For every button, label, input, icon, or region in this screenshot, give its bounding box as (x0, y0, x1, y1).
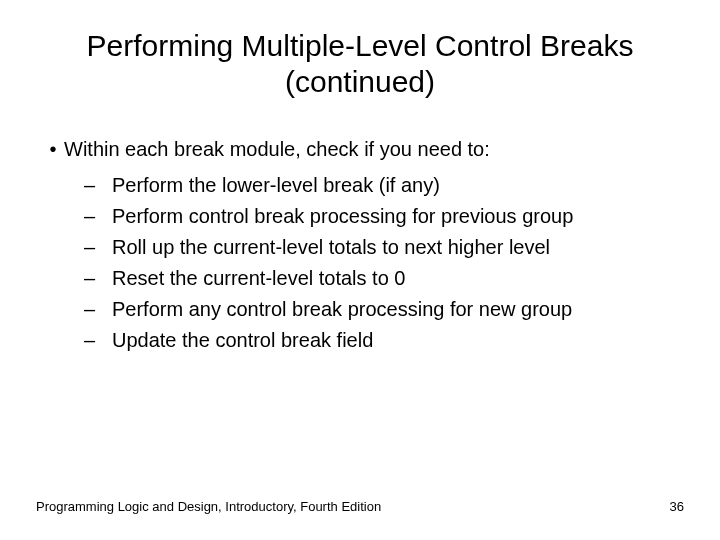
slide-content: • Within each break module, check if you… (36, 136, 684, 354)
sub-bullet-item: – Roll up the current-level totals to ne… (84, 234, 684, 261)
sub-bullet-item: – Reset the current-level totals to 0 (84, 265, 684, 292)
sub-bullet-marker: – (84, 234, 112, 261)
page-number: 36 (670, 499, 684, 514)
bullet-item: • Within each break module, check if you… (42, 136, 684, 162)
sub-bullet-text: Perform control break processing for pre… (112, 203, 573, 230)
sub-bullet-marker: – (84, 296, 112, 323)
sub-bullet-text: Reset the current-level totals to 0 (112, 265, 405, 292)
slide-footer: Programming Logic and Design, Introducto… (36, 499, 684, 514)
sub-bullet-marker: – (84, 265, 112, 292)
bullet-text: Within each break module, check if you n… (64, 136, 490, 162)
bullet-marker: • (42, 136, 64, 162)
slide-title: Performing Multiple-Level Control Breaks… (36, 28, 684, 100)
sub-bullet-text: Perform any control break processing for… (112, 296, 572, 323)
sub-bullet-text: Perform the lower-level break (if any) (112, 172, 440, 199)
sub-bullet-item: – Perform the lower-level break (if any) (84, 172, 684, 199)
sub-bullet-item: – Perform any control break processing f… (84, 296, 684, 323)
sub-bullet-marker: – (84, 327, 112, 354)
sub-bullet-marker: – (84, 172, 112, 199)
sub-bullet-text: Roll up the current-level totals to next… (112, 234, 550, 261)
sub-bullet-marker: – (84, 203, 112, 230)
footer-source: Programming Logic and Design, Introducto… (36, 499, 381, 514)
sub-bullet-text: Update the control break field (112, 327, 373, 354)
slide: Performing Multiple-Level Control Breaks… (0, 0, 720, 540)
sub-bullet-item: – Update the control break field (84, 327, 684, 354)
sub-bullet-list: – Perform the lower-level break (if any)… (42, 172, 684, 354)
sub-bullet-item: – Perform control break processing for p… (84, 203, 684, 230)
